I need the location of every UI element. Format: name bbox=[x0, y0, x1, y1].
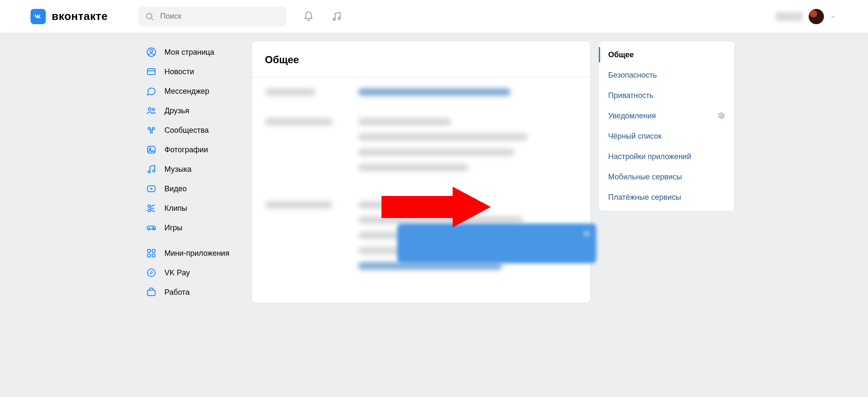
svg-point-15 bbox=[148, 171, 150, 173]
svg-rect-28 bbox=[152, 254, 155, 257]
nav-group-main: Моя страница Новости Мессенджер Друзья С… bbox=[142, 42, 244, 238]
nav-item-news[interactable]: Новости bbox=[142, 62, 244, 81]
search-input[interactable] bbox=[159, 11, 280, 21]
settings-tab-security[interactable]: Безопасность bbox=[599, 65, 734, 85]
settings-tab-blacklist[interactable]: Чёрный список bbox=[599, 126, 734, 146]
settings-tab-label: Приватность bbox=[608, 91, 654, 100]
svg-point-24 bbox=[153, 228, 154, 229]
clips-icon bbox=[146, 203, 157, 214]
svg-point-32 bbox=[721, 115, 723, 117]
nav-group-extra: Мини-приложения ₽ VK Pay Работа bbox=[142, 243, 244, 302]
svg-text:₽: ₽ bbox=[150, 270, 153, 275]
nav-label: VK Pay bbox=[164, 268, 190, 277]
settings-tab-label: Уведомления bbox=[608, 112, 656, 120]
nav-item-photos[interactable]: Фотографии bbox=[142, 140, 244, 159]
nav-label: Друзья bbox=[164, 106, 189, 115]
svg-point-8 bbox=[148, 108, 151, 110]
settings-tab-label: Платёжные сервисы bbox=[608, 193, 681, 202]
svg-point-19 bbox=[148, 205, 150, 207]
search-box[interactable] bbox=[138, 7, 287, 26]
nav-item-music[interactable]: Музыка bbox=[142, 159, 244, 179]
vk-logo-icon bbox=[31, 9, 46, 24]
nav-item-games[interactable]: Игры bbox=[142, 218, 244, 238]
settings-tab-privacy[interactable]: Приватность bbox=[599, 85, 734, 106]
svg-rect-6 bbox=[147, 69, 155, 75]
nav-item-friends[interactable]: Друзья bbox=[142, 101, 244, 120]
settings-row-redacted bbox=[265, 88, 578, 96]
avatar bbox=[809, 9, 824, 24]
svg-rect-27 bbox=[147, 254, 150, 257]
work-icon bbox=[146, 287, 157, 298]
svg-point-9 bbox=[152, 108, 154, 110]
nav-item-video[interactable]: Видео bbox=[142, 179, 244, 198]
nav-item-vkpay[interactable]: ₽ VK Pay bbox=[142, 263, 244, 282]
settings-tab-general[interactable]: Общее bbox=[599, 45, 734, 65]
nav-item-clips[interactable]: Клипы bbox=[142, 198, 244, 218]
nav-label: Фотографии bbox=[164, 145, 208, 154]
topbar: вконтакте bbox=[0, 0, 868, 33]
svg-rect-31 bbox=[147, 290, 155, 296]
nav-label: Игры bbox=[164, 224, 182, 232]
svg-point-12 bbox=[150, 131, 152, 133]
settings-tab-notifications[interactable]: Уведомления bbox=[599, 106, 734, 126]
communities-icon bbox=[146, 125, 157, 136]
svg-point-14 bbox=[149, 148, 151, 150]
nav-item-work[interactable]: Работа bbox=[142, 282, 244, 302]
news-icon bbox=[146, 66, 157, 77]
settings-row-redacted bbox=[265, 118, 578, 179]
svg-point-16 bbox=[153, 170, 155, 172]
brand-name: вконтакте bbox=[52, 10, 108, 23]
nav-item-miniapps[interactable]: Мини-приложения bbox=[142, 243, 244, 263]
chat-icon bbox=[146, 86, 157, 97]
svg-point-2 bbox=[333, 18, 335, 20]
profile-name-redacted bbox=[776, 12, 803, 21]
svg-marker-18 bbox=[150, 187, 153, 190]
svg-point-20 bbox=[148, 209, 150, 212]
profile-icon bbox=[146, 47, 157, 58]
settings-main: Общее bbox=[252, 41, 591, 303]
search-icon bbox=[145, 12, 154, 21]
nav-label: Работа bbox=[164, 288, 189, 297]
nav-label: Сообщества bbox=[164, 126, 209, 135]
svg-point-3 bbox=[338, 17, 340, 19]
friends-icon bbox=[146, 105, 157, 116]
gear-icon[interactable] bbox=[718, 112, 725, 120]
settings-tab-payments[interactable]: Платёжные сервисы bbox=[599, 187, 734, 207]
music-button[interactable] bbox=[331, 11, 342, 22]
settings-tab-label: Безопасность bbox=[608, 71, 657, 80]
svg-rect-26 bbox=[152, 249, 155, 252]
close-icon[interactable]: ✕ bbox=[583, 229, 590, 240]
settings-tab-label: Общее bbox=[608, 50, 634, 59]
settings-tab-label: Мобильные сервисы bbox=[608, 173, 682, 182]
video-icon bbox=[146, 183, 157, 194]
settings-tab-label: Настройки приложений bbox=[608, 152, 691, 161]
settings-card: Общее bbox=[252, 41, 591, 303]
profile-menu[interactable] bbox=[776, 9, 836, 24]
page-layout: Моя страница Новости Мессенджер Друзья С… bbox=[112, 33, 756, 308]
settings-tab-apps[interactable]: Настройки приложений bbox=[599, 146, 734, 167]
nav-item-profile[interactable]: Моя страница bbox=[142, 42, 244, 62]
music-icon bbox=[146, 164, 157, 175]
nav-label: Моя страница bbox=[164, 48, 214, 57]
settings-body: ✕ bbox=[252, 77, 590, 303]
nav-label: Клипы bbox=[164, 204, 187, 213]
nav-label: Новости bbox=[164, 67, 194, 76]
chevron-down-icon bbox=[830, 14, 836, 20]
nav-item-messenger[interactable]: Мессенджер bbox=[142, 81, 244, 101]
nav-label: Видео bbox=[164, 185, 187, 193]
brand[interactable]: вконтакте bbox=[31, 9, 136, 24]
vkpay-icon: ₽ bbox=[146, 267, 157, 278]
svg-rect-25 bbox=[147, 249, 150, 252]
nav-label: Мини-приложения bbox=[164, 249, 229, 258]
nav-label: Музыка bbox=[164, 165, 192, 174]
svg-point-5 bbox=[150, 50, 153, 52]
nav-item-communities[interactable]: Сообщества bbox=[142, 120, 244, 140]
left-nav: Моя страница Новости Мессенджер Друзья С… bbox=[142, 41, 244, 308]
notifications-button[interactable] bbox=[303, 11, 314, 22]
svg-point-0 bbox=[147, 13, 152, 19]
settings-sidebar: Общее Безопасность Приватность Уведомлен… bbox=[598, 41, 735, 211]
games-icon bbox=[146, 222, 157, 233]
settings-tab-mobile[interactable]: Мобильные сервисы bbox=[599, 167, 734, 187]
photos-icon bbox=[146, 144, 157, 155]
settings-tab-label: Чёрный список bbox=[608, 132, 662, 141]
